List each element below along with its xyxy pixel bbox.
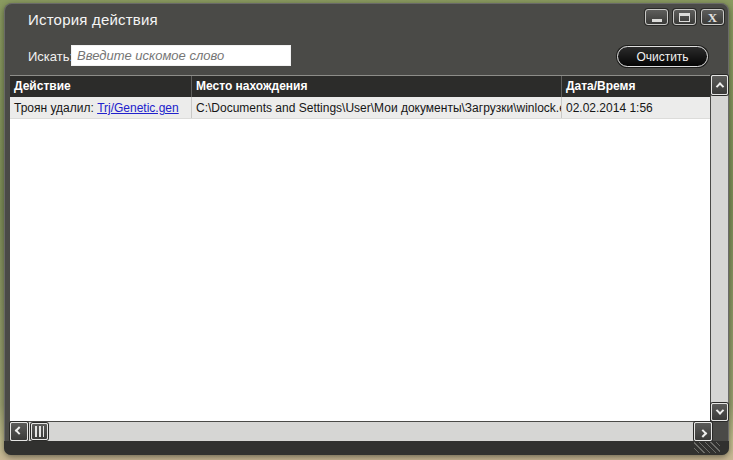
column-header-action[interactable]: Действие	[10, 76, 192, 97]
horizontal-scrollbar[interactable]	[10, 422, 712, 441]
chevron-right-icon	[699, 429, 707, 437]
cell-location: C:\Documents and Settings\User\Мои докум…	[192, 97, 562, 118]
history-table: Действие Место нахождения Дата/Время Тро…	[10, 75, 710, 421]
chevron-up-icon	[715, 82, 723, 90]
grip-icon	[35, 426, 44, 437]
close-icon: X	[708, 11, 717, 24]
horizontal-scroll-thumb[interactable]	[31, 423, 48, 440]
minimize-button[interactable]	[645, 9, 668, 25]
table-row[interactable]: Троян удалил: Trj/Genetic.gen C:\Documen…	[10, 97, 710, 119]
clear-button[interactable]: Очистить	[617, 46, 708, 67]
action-text: Троян удалил:	[14, 101, 94, 115]
column-header-datetime[interactable]: Дата/Время	[562, 76, 710, 97]
search-label: Искать:	[28, 49, 73, 64]
scroll-right-button[interactable]	[694, 422, 712, 441]
search-input[interactable]	[71, 45, 291, 66]
titlebar[interactable]: История действия X	[4, 3, 729, 39]
vertical-scrollbar[interactable]	[711, 75, 728, 421]
window-title: История действия	[28, 11, 158, 28]
scroll-up-button[interactable]	[711, 75, 728, 95]
threat-link[interactable]: Trj/Genetic.gen	[97, 101, 179, 115]
cell-action: Троян удалил: Trj/Genetic.gen	[10, 97, 192, 118]
scroll-down-button[interactable]	[711, 403, 728, 421]
table-header-row: Действие Место нахождения Дата/Время	[10, 76, 710, 97]
maximize-icon	[679, 13, 690, 22]
resize-grip-icon[interactable]	[694, 442, 720, 453]
cell-datetime: 02.02.2014 1:56	[562, 97, 710, 118]
close-button[interactable]: X	[701, 9, 724, 25]
minimize-icon	[652, 19, 662, 22]
chevron-down-icon	[715, 406, 723, 414]
column-header-location[interactable]: Место нахождения	[192, 76, 562, 97]
status-bar	[4, 441, 729, 455]
window-controls: X	[645, 9, 724, 25]
scroll-left-button[interactable]	[10, 422, 28, 441]
history-window: История действия X Искать: Очистить Дейс…	[4, 3, 729, 455]
chevron-left-icon	[15, 426, 23, 434]
maximize-button[interactable]	[673, 9, 696, 25]
